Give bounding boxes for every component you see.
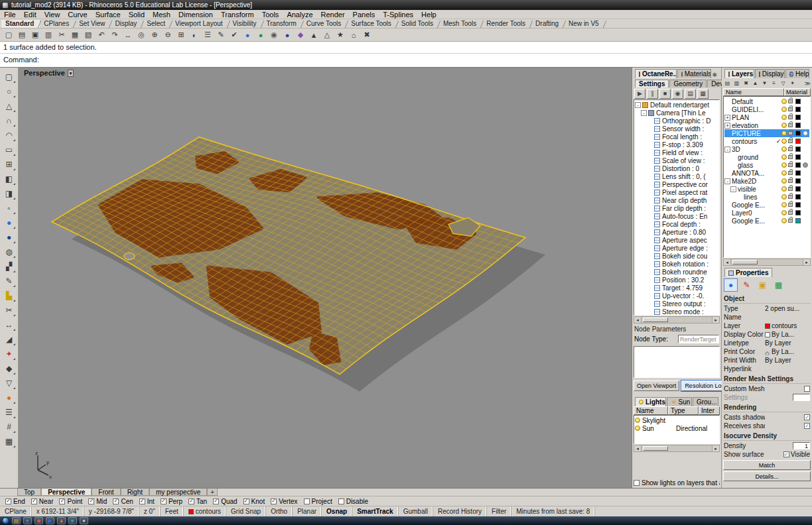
status-cell[interactable]: Record History [433, 506, 487, 516]
layer-row[interactable]: Google E... ✓ [724, 201, 809, 209]
layer-tools-icon[interactable]: ✦ [788, 79, 797, 88]
menu-item[interactable]: Surface [92, 11, 125, 19]
casts-shadows-row[interactable]: Casts shadows [723, 413, 811, 422]
layer-color-swatch[interactable] [795, 170, 801, 176]
casts-shadows-checkbox[interactable] [804, 414, 810, 420]
toolbar-tab[interactable]: Mesh Tools [439, 20, 482, 28]
layer-color-swatch[interactable] [795, 194, 801, 200]
tree-row[interactable]: F-stop : 3.309 [635, 141, 718, 148]
toolbar-tab[interactable]: Curve Tools [303, 20, 348, 28]
show-isocurve-checkbox[interactable] [783, 451, 789, 457]
layer-color-swatch[interactable] [795, 99, 801, 104]
match-button[interactable]: Match [723, 460, 811, 470]
tree-expander[interactable]: - [635, 102, 641, 108]
layer-expander[interactable]: + [724, 115, 730, 121]
save-file-icon[interactable]: ▣ [29, 29, 41, 40]
toolbar-tab[interactable]: Transform [263, 20, 303, 28]
layer-color-swatch[interactable] [795, 131, 801, 136]
osnap-toggle[interactable]: Project [304, 498, 332, 505]
circle-icon[interactable]: ○ [2, 84, 17, 99]
curve-icon[interactable]: ◠ [2, 128, 17, 143]
property-row[interactable]: Print Width By Layer [723, 356, 811, 365]
shade-icon[interactable]: ◐ [188, 29, 200, 40]
tab-help[interactable]: ?Help [785, 69, 809, 78]
layer-on-icon[interactable] [781, 194, 787, 200]
tree-row[interactable]: Stereo output : [635, 300, 718, 308]
status-cell[interactable]: Osnap [322, 506, 352, 516]
layer-on-icon[interactable] [781, 154, 787, 160]
block-icon[interactable]: ▙ [2, 288, 17, 303]
layer-row[interactable]: - 3D ✓ [724, 145, 809, 153]
layer-on-icon[interactable] [781, 186, 787, 192]
osnap-checkbox[interactable] [59, 498, 65, 504]
tree-row[interactable]: Focal depth : [635, 220, 718, 228]
status-cell[interactable]: SmartTrack [352, 506, 398, 516]
menu-item[interactable]: Mesh [149, 11, 174, 19]
show-isocurve-row[interactable]: Show surface isocurve Visible [723, 450, 811, 459]
tree-row[interactable]: Field of view : [635, 148, 718, 156]
osnap-checkbox[interactable] [88, 498, 94, 504]
light-row[interactable]: Sun Directional [635, 424, 718, 432]
render-icon[interactable]: ● [241, 29, 253, 40]
layer-row[interactable]: GUIDELI... ✓ [724, 105, 809, 113]
paste-icon[interactable]: ▧ [82, 29, 94, 40]
osnap-toggle[interactable]: Int [139, 498, 155, 505]
tab-properties[interactable]: Properties [724, 268, 772, 277]
move-down-icon[interactable]: ▼ [760, 79, 769, 88]
layer-color-swatch[interactable] [795, 139, 801, 144]
layer-row[interactable]: - Make2D ✓ [724, 177, 809, 185]
osnap-toggle[interactable]: Cen [113, 498, 133, 505]
status-cell[interactable]: Grid Snap [226, 506, 266, 516]
more-tools-button[interactable]: ≫ [805, 80, 811, 87]
annotate-icon[interactable]: ✎ [2, 274, 17, 288]
tree-expander[interactable]: - [641, 110, 647, 116]
hatch-icon[interactable]: ▞ [2, 259, 17, 274]
toolbar-tab[interactable]: Surface Tools [347, 20, 397, 28]
render-pause-icon[interactable]: ∥ [647, 89, 658, 99]
print-icon[interactable]: ▥ [42, 29, 54, 40]
expand-layers-icon[interactable]: ≡ [770, 79, 778, 88]
render-start-icon[interactable]: ▶ [634, 89, 645, 99]
grid-icon[interactable]: ⊞ [2, 157, 17, 172]
tree-row[interactable]: Bokeh roundne [635, 268, 718, 276]
layer-material-icon[interactable] [803, 162, 808, 168]
surface-icon[interactable]: ◧ [2, 172, 17, 186]
show-lights-checkbox[interactable] [634, 480, 640, 486]
diamond-tool-icon[interactable]: ◆ [2, 361, 17, 376]
move-up-icon[interactable]: ▲ [751, 79, 760, 88]
layer-lock-icon[interactable] [788, 203, 793, 207]
layer-lock-icon[interactable] [788, 155, 793, 159]
osnap-toggle[interactable]: Point [59, 498, 82, 505]
layer-row[interactable]: lines ✓ [724, 193, 809, 201]
layer-row[interactable]: ANNOTA... ✓ [724, 169, 809, 177]
layers-horizontal-scrollbar[interactable] [723, 259, 811, 266]
arc-icon[interactable]: ∩ [2, 113, 17, 128]
filter-layers-icon[interactable]: ▽ [779, 79, 787, 88]
layer-row[interactable]: Layer0 ✓ [724, 209, 809, 217]
move-icon[interactable]: ↔ [2, 318, 17, 332]
status-cell[interactable]: Feet [161, 506, 184, 516]
tree-row[interactable]: Far clip depth : [635, 204, 718, 212]
toolbar-tab[interactable]: Drafting [531, 20, 565, 28]
layer-color-swatch[interactable] [795, 162, 801, 168]
layer-lock-icon[interactable] [788, 131, 793, 135]
layer-on-icon[interactable] [781, 123, 787, 128]
toolbar-tab[interactable]: Select [143, 20, 171, 28]
render-stop-icon[interactable]: ■ [659, 89, 671, 99]
density-field[interactable]: 1 [793, 442, 810, 449]
layer-lock-icon[interactable] [788, 147, 793, 151]
osnap-checkbox[interactable] [5, 498, 11, 504]
open-file-icon[interactable]: ▤ [16, 29, 28, 40]
viewport-tab[interactable]: Perspective [41, 489, 92, 496]
osnap-checkbox[interactable] [243, 498, 249, 504]
zoom-window-icon[interactable]: ◎ [135, 29, 147, 40]
layer-lock-icon[interactable] [788, 195, 793, 199]
tree-horizontal-scrollbar[interactable] [634, 316, 720, 323]
tree-row[interactable]: Bokeh side cou [635, 252, 718, 260]
zoom-out-icon[interactable]: ⊖ [162, 29, 174, 40]
menu-item[interactable]: Analyze [283, 11, 316, 19]
osnap-toggle[interactable]: Disable [338, 498, 368, 505]
new-file-icon[interactable]: ▢ [3, 29, 15, 40]
layer-color-swatch[interactable] [795, 218, 801, 223]
osnap-toggle[interactable]: Vertex [271, 498, 297, 505]
